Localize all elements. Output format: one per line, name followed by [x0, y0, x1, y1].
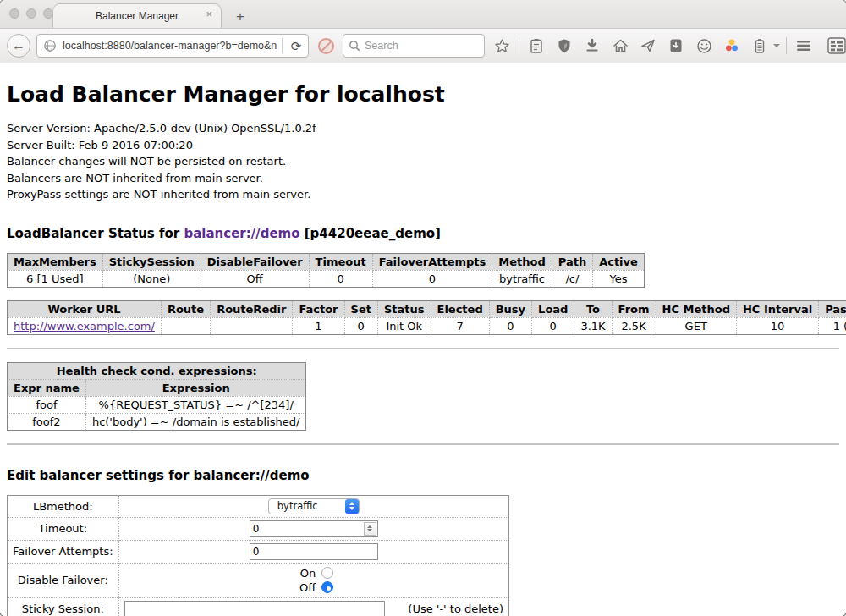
- worker-row: http://www.example.com/ 1 0 Init Ok 7 0 …: [8, 317, 846, 334]
- server-version-line: Server Version: Apache/2.5.0-dev (Unix) …: [7, 120, 839, 137]
- extension-colors-button[interactable]: [721, 35, 743, 57]
- cell-to: 3.1K: [574, 317, 612, 334]
- back-button[interactable]: ←: [7, 34, 30, 58]
- table-title-row: Health check cond. expressions:: [8, 362, 306, 379]
- menu-button[interactable]: [793, 35, 815, 57]
- cell-expression: %{REQUEST_STATUS} =~ /^[234]/: [85, 396, 306, 413]
- downloads-button[interactable]: [581, 35, 603, 57]
- clipboard-icon: [529, 38, 544, 54]
- cell-expr-name: foof: [8, 396, 86, 413]
- col-elected: Elected: [431, 300, 489, 317]
- table-row: foof %{REQUEST_STATUS} =~ /^[234]/: [8, 396, 306, 413]
- tab-groups-button[interactable]: [826, 35, 846, 57]
- cell-disablefailover: Off: [201, 270, 309, 287]
- inherit-notice: Balancers are NOT inherited from main se…: [7, 170, 839, 187]
- table-header-row: MaxMembers StickySession DisableFailover…: [8, 253, 645, 270]
- proxypass-notice: ProxyPass settings are NOT inherited fro…: [7, 186, 839, 203]
- reload-icon: ⟳: [291, 40, 302, 52]
- status-heading-prefix: LoadBalancer Status for: [7, 226, 184, 241]
- grid-icon: [827, 37, 846, 54]
- edit-settings-heading: Edit balancer settings for balancer://de…: [7, 468, 839, 483]
- navigation-toolbar: ← localhost:8880/balancer-manager?b=demo…: [0, 28, 846, 63]
- form-row-disable-failover: Disable Failover: On Off: [8, 563, 509, 597]
- home-button[interactable]: [609, 35, 631, 57]
- new-tab-button[interactable]: +: [227, 6, 254, 28]
- cell-passes: 1 (0): [819, 317, 846, 334]
- bookmark-star-button[interactable]: [491, 35, 513, 57]
- form-row-timeout: Timeout:: [8, 517, 509, 540]
- tab-close-icon[interactable]: ×: [206, 8, 212, 19]
- col-failoverattempts: FailoverAttempts: [372, 253, 492, 270]
- col-busy: Busy: [489, 300, 531, 317]
- radio-row-on: On: [124, 566, 503, 580]
- balancer-status-table: MaxMembers StickySession DisableFailover…: [7, 253, 645, 288]
- chevron-down-icon[interactable]: [773, 44, 780, 47]
- number-spinner-icon[interactable]: [364, 522, 376, 536]
- cell-hc-method: GET: [656, 317, 736, 334]
- cell-path: /c/: [552, 270, 592, 287]
- col-status: Status: [377, 300, 431, 317]
- cell-method: bytraffic: [492, 270, 552, 287]
- edit-balancer-form: LBmethod: bytraffic Timeout:: [7, 495, 509, 616]
- content-blocker-button[interactable]: [315, 35, 337, 57]
- search-input[interactable]: [365, 40, 458, 52]
- shield-button[interactable]: [553, 35, 575, 57]
- col-active: Active: [593, 253, 645, 270]
- cell-from: 2.5K: [612, 317, 656, 334]
- browser-tab[interactable]: Balancer Manager ×: [52, 3, 222, 28]
- divider: [7, 443, 839, 445]
- site-identity-globe-icon[interactable]: [42, 35, 58, 57]
- send-tab-button[interactable]: [637, 35, 659, 57]
- cell-stickysession: (None): [102, 270, 201, 287]
- table-row: 6 [1 Used] (None) Off 0 0 bytraffic /c/ …: [8, 270, 645, 287]
- radio-on-label: On: [294, 567, 316, 580]
- cell-maxmembers: 6 [1 Used]: [8, 270, 103, 287]
- server-built-line: Server Built: Feb 9 2016 07:00:20: [7, 137, 839, 154]
- sticky-session-note: (Use '-' to delete): [408, 602, 503, 615]
- cell-expr-name: foof2: [8, 413, 86, 430]
- failover-attempts-input[interactable]: [250, 543, 378, 560]
- cell-hc-interval: 10: [736, 317, 818, 334]
- radio-row-off: Off: [124, 580, 503, 595]
- bookmarks-menu-button[interactable]: [525, 35, 547, 57]
- col-method: Method: [492, 253, 552, 270]
- toolbar-divider: [519, 37, 519, 54]
- col-passes: Passes: [819, 300, 846, 317]
- cell-route: [161, 317, 210, 334]
- minimize-window-button[interactable]: [26, 8, 36, 19]
- status-heading-suffix: [p4420eeae_demo]: [300, 226, 441, 241]
- url-bar[interactable]: localhost:8880/balancer-manager?b=demo&n…: [36, 34, 309, 58]
- back-icon: ←: [12, 39, 25, 52]
- table-header-row: Expr name Expression: [8, 379, 306, 396]
- cell-failoverattempts: 0: [372, 270, 492, 287]
- lbmethod-select[interactable]: bytraffic: [268, 498, 360, 514]
- cell-status: Init Ok: [377, 317, 431, 334]
- search-bar[interactable]: [343, 34, 485, 58]
- feedback-button[interactable]: [693, 35, 715, 57]
- tab-title: Balancer Manager: [96, 10, 179, 22]
- worker-url-link[interactable]: http://www.example.com/: [14, 320, 155, 333]
- cell-factor: 1: [293, 317, 344, 334]
- cell-load: 0: [532, 317, 574, 334]
- disable-failover-off-radio[interactable]: [321, 581, 333, 593]
- timeout-input[interactable]: [250, 523, 364, 535]
- reload-button[interactable]: ⟳: [288, 35, 305, 57]
- col-hc-method: HC Method: [656, 300, 736, 317]
- table-row: foof2 hc('body') =~ /domain is establish…: [8, 413, 306, 430]
- sync-device-button[interactable]: [665, 35, 687, 57]
- col-routeredir: RouteRedir: [211, 300, 293, 317]
- balancer-demo-link[interactable]: balancer://demo: [184, 226, 299, 241]
- col-to: To: [574, 300, 612, 317]
- sticky-session-input[interactable]: [124, 601, 385, 616]
- balancer-status-heading: LoadBalancer Status for balancer://demo …: [7, 226, 839, 241]
- paper-plane-icon: [640, 38, 656, 53]
- url-input[interactable]: localhost:8880/balancer-manager?b=demo&n…: [63, 40, 277, 52]
- disable-failover-on-radio[interactable]: [321, 567, 333, 579]
- timeout-field-wrap: [250, 520, 378, 537]
- extension-battery-button[interactable]: [749, 35, 771, 57]
- cell-elected: 7: [431, 317, 489, 334]
- col-disablefailover: DisableFailover: [201, 253, 309, 270]
- form-row-lbmethod: LBmethod: bytraffic: [8, 495, 509, 517]
- close-window-button[interactable]: [9, 8, 19, 19]
- hamburger-menu-icon: [795, 39, 812, 52]
